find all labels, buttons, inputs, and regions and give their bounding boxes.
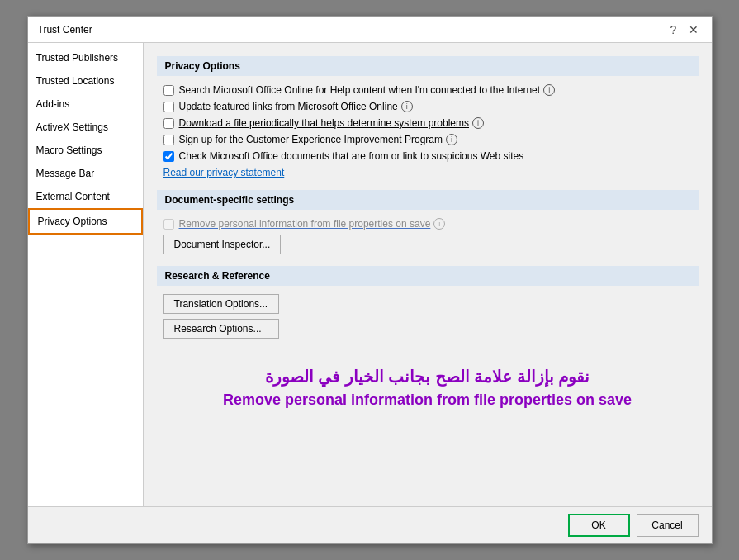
arabic-annotation: نقوم بإزالة علامة الصح بجانب الخيار في ا… — [165, 367, 690, 387]
download-text: Download a file periodically that helps … — [179, 117, 470, 129]
checkbox-row-featured-links: Update featured links from Microsoft Off… — [157, 101, 699, 112]
document-inspector-button[interactable]: Document Inspector... — [163, 235, 282, 254]
info-icon-signup: i — [446, 134, 457, 145]
info-icon-download: i — [472, 117, 484, 129]
sidebar-item-external-content[interactable]: External Content — [28, 185, 143, 208]
sidebar-item-privacy-options[interactable]: Privacy Options — [28, 208, 143, 235]
dialog-footer: OK Cancel — [28, 506, 712, 543]
document-specific-header: Document-specific settings — [157, 190, 699, 210]
checkbox-featured-links[interactable] — [163, 102, 174, 112]
document-specific-section: Remove personal information from file pr… — [157, 218, 699, 254]
english-annotation: Remove personal information from file pr… — [165, 392, 690, 409]
label-sign-up: Sign up for the Customer Experience Impr… — [179, 134, 457, 145]
label-download-file: Download a file periodically that helps … — [179, 117, 485, 129]
translation-options-button[interactable]: Translation Options... — [163, 294, 279, 314]
sidebar-item-trusted-locations[interactable]: Trusted Locations — [28, 69, 143, 93]
sidebar-item-message-bar[interactable]: Message Bar — [28, 162, 143, 185]
research-section: Translation Options... Research Options.… — [157, 294, 699, 339]
trust-center-dialog: Trust Center ? ✕ Trusted Publishers Trus… — [27, 16, 713, 544]
checkbox-check-docs[interactable] — [163, 151, 174, 162]
remove-personal-text: Remove personal information from file pr… — [179, 218, 431, 230]
ok-button[interactable]: OK — [568, 514, 630, 537]
checkbox-sign-up[interactable] — [163, 135, 174, 145]
sidebar-item-activex-settings[interactable]: ActiveX Settings — [28, 116, 143, 139]
annotation-area: نقوم بإزالة علامة الصح بجانب الخيار في ا… — [157, 358, 699, 417]
checkbox-row-download-file: Download a file periodically that helps … — [157, 117, 699, 129]
privacy-options-header: Privacy Options — [157, 56, 699, 76]
dialog-title: Trust Center — [38, 24, 92, 36]
info-icon-remove: i — [433, 218, 445, 230]
title-bar-buttons: ? ✕ — [666, 21, 702, 38]
checkbox-search-online[interactable] — [163, 85, 174, 96]
label-check-docs: Check Microsoft Office documents that ar… — [179, 150, 524, 162]
label-remove-personal: Remove personal information from file pr… — [179, 218, 446, 230]
sidebar-item-macro-settings[interactable]: Macro Settings — [28, 139, 143, 162]
help-button[interactable]: ? — [666, 21, 682, 38]
label-featured-links: Update featured links from Microsoft Off… — [179, 101, 413, 112]
checkbox-row-sign-up: Sign up for the Customer Experience Impr… — [157, 134, 699, 145]
checkbox-download-file[interactable] — [163, 118, 174, 129]
close-button[interactable]: ✕ — [685, 21, 702, 38]
title-bar: Trust Center ? ✕ — [28, 17, 712, 43]
checkbox-row-check-docs: Check Microsoft Office documents that ar… — [157, 150, 699, 162]
checkbox-row-remove-personal: Remove personal information from file pr… — [157, 218, 699, 230]
info-icon-search: i — [543, 84, 555, 96]
sidebar-item-trusted-publishers[interactable]: Trusted Publishers — [28, 46, 143, 69]
cancel-button[interactable]: Cancel — [637, 514, 699, 537]
sidebar-item-add-ins[interactable]: Add-ins — [28, 93, 143, 116]
privacy-statement-link[interactable]: Read our privacy statement — [163, 167, 699, 178]
sidebar: Trusted Publishers Trusted Locations Add… — [28, 43, 144, 506]
research-reference-header: Research & Reference — [157, 266, 699, 286]
research-options-button[interactable]: Research Options... — [163, 319, 279, 339]
checkbox-row-search-online: Search Microsoft Office Online for Help … — [157, 84, 699, 96]
info-icon-links: i — [401, 101, 413, 112]
research-buttons: Translation Options... Research Options.… — [157, 294, 699, 339]
label-search-online: Search Microsoft Office Online for Help … — [179, 84, 556, 96]
checkbox-remove-personal[interactable] — [163, 219, 174, 230]
main-content: Privacy Options Search Microsoft Office … — [144, 43, 712, 506]
dialog-body: Trusted Publishers Trusted Locations Add… — [28, 43, 712, 506]
